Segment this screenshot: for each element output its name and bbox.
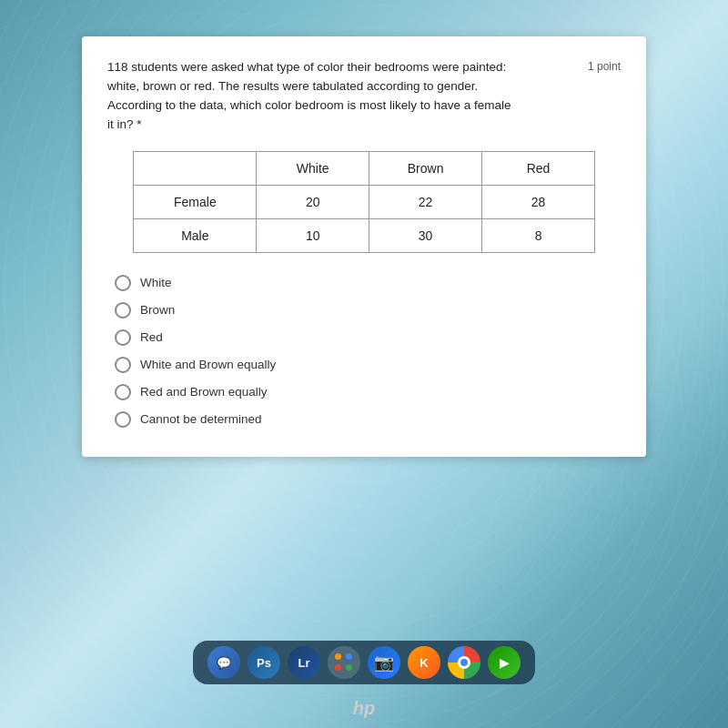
lr-icon-text: Lr (298, 656, 310, 670)
question-card: 1 point 118 students were asked what typ… (82, 36, 646, 457)
table-cell-female-white: 20 (257, 185, 369, 218)
option-red-label: Red (140, 330, 163, 344)
screen-background: 1 point 118 students were asked what typ… (0, 0, 728, 728)
table-header-empty (134, 151, 257, 185)
table-cell-female-brown: 22 (369, 185, 481, 218)
dot3 (335, 664, 341, 671)
table-cell-male-red: 8 (482, 218, 594, 252)
table-header-red: Red (482, 151, 594, 185)
ps-icon-text: Ps (257, 656, 271, 670)
radio-red-brown[interactable] (115, 384, 131, 400)
apps-grid-taskbar-icon[interactable] (328, 646, 360, 679)
lightroom-taskbar-icon[interactable]: Lr (288, 646, 320, 679)
k-icon-text: K (420, 656, 428, 670)
photoshop-taskbar-icon[interactable]: Ps (248, 646, 280, 679)
table-header-brown: Brown (369, 151, 481, 185)
hp-logo: hp (353, 698, 375, 719)
chat-taskbar-icon[interactable]: 💬 (207, 646, 240, 679)
zoom-icon-text: 📷 (374, 652, 394, 672)
points-label: 1 point (588, 58, 621, 76)
table-cell-male-brown: 30 (369, 218, 481, 252)
option-red[interactable]: Red (115, 329, 621, 346)
option-red-brown[interactable]: Red and Brown equally (115, 384, 621, 400)
k-app-taskbar-icon[interactable]: K (408, 646, 440, 679)
table-row-male: Male 10 30 8 (134, 218, 595, 252)
table-row-male-label: Male (134, 218, 257, 252)
table-row-female: Female 20 22 28 (134, 185, 595, 218)
table-cell-male-white: 10 (257, 218, 369, 252)
option-brown-label: Brown (140, 303, 175, 317)
radio-white[interactable] (115, 275, 131, 291)
play-store-taskbar-icon[interactable]: ▶ (488, 646, 521, 679)
taskbar: 💬 Ps Lr 📷 K ▶ (193, 641, 535, 684)
option-cannot[interactable]: Cannot be determined (115, 411, 621, 428)
radio-white-brown[interactable] (115, 357, 131, 373)
data-table: White Brown Red Female 20 22 28 Male 10 … (133, 151, 595, 253)
table-header-white: White (257, 151, 369, 185)
option-brown[interactable]: Brown (115, 302, 621, 318)
zoom-taskbar-icon[interactable]: 📷 (368, 646, 400, 679)
radio-brown[interactable] (115, 302, 131, 318)
option-white-brown-label: White and Brown equally (140, 358, 276, 371)
option-white-label: White (140, 276, 172, 289)
chrome-taskbar-icon[interactable] (448, 646, 480, 679)
answer-options: White Brown Red White and Brown equally … (107, 271, 621, 428)
dot4 (346, 664, 352, 671)
play-icon-text: ▶ (500, 656, 509, 670)
question-text: 1 point 118 students were asked what typ… (107, 58, 621, 135)
table-cell-female-red: 28 (482, 185, 594, 218)
option-white[interactable]: White (115, 275, 621, 291)
option-white-brown[interactable]: White and Brown equally (115, 357, 621, 373)
dot2 (346, 653, 352, 660)
dot1 (335, 653, 341, 660)
radio-cannot[interactable] (115, 411, 131, 428)
option-red-brown-label: Red and Brown equally (140, 385, 268, 399)
option-cannot-label: Cannot be determined (140, 412, 262, 426)
table-row-female-label: Female (134, 185, 257, 218)
chat-icon-text: 💬 (217, 656, 231, 670)
radio-red[interactable] (115, 329, 131, 346)
